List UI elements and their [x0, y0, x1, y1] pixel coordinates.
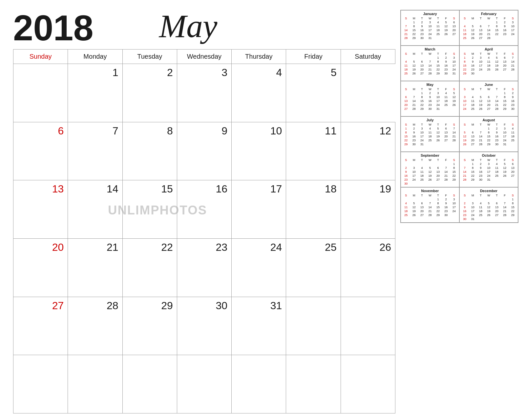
table-row: [177, 355, 231, 413]
table-row: 15: [122, 180, 177, 239]
mini-calendar: JulySMTWTFS12345678910111213141516171819…: [401, 116, 459, 152]
mini-calendar: MarchSMTWTFS0000123456789101112131415161…: [401, 46, 459, 81]
mini-calendar: OctoberSMTWTFS01234567891011121314151617…: [459, 152, 518, 187]
table-row: [232, 355, 286, 413]
table-row: 29: [122, 297, 177, 355]
table-row: 4: [232, 64, 286, 122]
table-row: 18: [286, 180, 341, 239]
mini-calendar: NovemberSMTWTFS0000123456789101112131415…: [401, 187, 459, 223]
col-header-tuesday: Tuesday: [122, 50, 177, 64]
table-row: 22: [122, 238, 177, 297]
col-header-saturday: Saturday: [341, 50, 395, 64]
mini-calendar: JuneSMTWTFS00000123456789101112131415161…: [459, 81, 518, 116]
main-calendar: Sunday Monday Tuesday Wednesday Thursday…: [13, 49, 395, 413]
table-row: [13, 64, 68, 122]
table-row: 19: [341, 180, 395, 239]
table-row: 20: [13, 238, 68, 297]
table-row: 11: [286, 122, 341, 180]
table-row: 30: [177, 297, 231, 355]
table-row: 28: [68, 297, 122, 355]
table-row: 3: [177, 64, 231, 122]
mini-calendar: MaySMTWTFS001234567891011121314151617181…: [401, 81, 459, 116]
col-header-wednesday: Wednesday: [177, 50, 231, 64]
table-row: 26: [341, 238, 395, 297]
table-row: [13, 355, 68, 413]
table-row: [286, 297, 341, 355]
table-row: 10: [232, 122, 286, 180]
table-row: 27: [13, 297, 68, 355]
month-title: May: [159, 10, 218, 43]
col-header-sunday: Sunday: [13, 50, 68, 64]
table-row: [286, 355, 341, 413]
table-row: 25: [286, 238, 341, 297]
col-header-thursday: Thursday: [232, 50, 286, 64]
mini-calendars-grid: JanuarySMTWTFS01234567891011121314151617…: [400, 10, 518, 223]
table-row: 12: [341, 122, 395, 180]
table-row: [341, 355, 395, 413]
table-row: [122, 355, 177, 413]
mini-calendar: SeptemberSMTWTFS000000123456789101112131…: [401, 152, 459, 187]
table-row: 31: [232, 297, 286, 355]
table-row: 17: [232, 180, 286, 239]
mini-calendar: FebruarySMTWTFS0000123456789101112131415…: [459, 10, 518, 46]
table-row: [341, 297, 395, 355]
table-row: 8: [122, 122, 177, 180]
table-row: 16: [177, 180, 231, 239]
table-row: 6: [13, 122, 68, 180]
table-row: 24: [232, 238, 286, 297]
col-header-friday: Friday: [286, 50, 341, 64]
table-row: 7: [68, 122, 122, 180]
table-row: 1: [68, 64, 122, 122]
table-row: 13: [13, 180, 68, 239]
mini-calendar: JanuarySMTWTFS01234567891011121314151617…: [401, 10, 459, 46]
table-row: 5: [286, 64, 341, 122]
col-header-monday: Monday: [68, 50, 122, 64]
table-row: 23: [177, 238, 231, 297]
table-row: 21: [68, 238, 122, 297]
mini-calendar: AugustSMTWTFS000123456789101112131415161…: [459, 116, 518, 152]
table-row: 2: [122, 64, 177, 122]
mini-calendar: AprilSMTWTFS1234567891011121314151617181…: [459, 46, 518, 81]
mini-calendar: DecemberSMTWTFS0000001234567891011121314…: [459, 187, 518, 223]
table-row: [68, 355, 122, 413]
table-row: 9: [177, 122, 231, 180]
table-row: 14: [68, 180, 122, 239]
year-title: 2018: [13, 10, 94, 46]
